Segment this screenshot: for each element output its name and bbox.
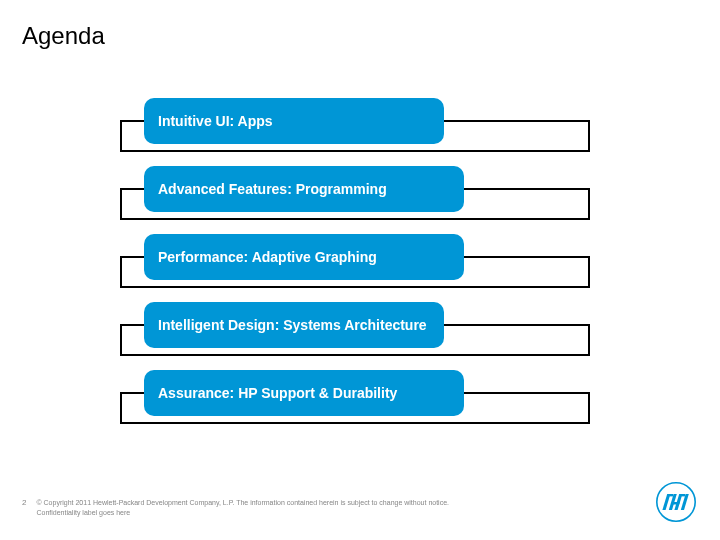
agenda-item-label: Intelligent Design: Systems Architecture [158, 317, 427, 334]
agenda-list: Intuitive UI: Apps Advanced Features: Pr… [120, 98, 590, 438]
agenda-item: Intelligent Design: Systems Architecture [120, 302, 590, 356]
agenda-item-label: Intuitive UI: Apps [158, 113, 273, 130]
slide-title: Agenda [22, 22, 105, 50]
agenda-item-label: Performance: Adaptive Graphing [158, 249, 377, 266]
agenda-item-pill: Intuitive UI: Apps [144, 98, 444, 144]
footer: 2 © Copyright 2011 Hewlett-Packard Devel… [22, 498, 630, 518]
agenda-item-pill: Assurance: HP Support & Durability [144, 370, 464, 416]
agenda-item-pill: Advanced Features: Programming [144, 166, 464, 212]
page-number: 2 [22, 498, 26, 508]
agenda-item-pill: Intelligent Design: Systems Architecture [144, 302, 444, 348]
svg-rect-7 [672, 502, 680, 504]
footer-copyright: © Copyright 2011 Hewlett-Packard Develop… [36, 498, 456, 518]
agenda-item-label: Assurance: HP Support & Durability [158, 385, 397, 402]
agenda-item: Intuitive UI: Apps [120, 98, 590, 152]
agenda-item: Performance: Adaptive Graphing [120, 234, 590, 288]
agenda-item-pill: Performance: Adaptive Graphing [144, 234, 464, 280]
svg-rect-6 [681, 494, 685, 496]
agenda-item-label: Advanced Features: Programming [158, 181, 387, 198]
agenda-item: Assurance: HP Support & Durability [120, 370, 590, 424]
hp-logo-icon [656, 482, 696, 522]
agenda-item: Advanced Features: Programming [120, 166, 590, 220]
svg-rect-3 [669, 494, 673, 496]
